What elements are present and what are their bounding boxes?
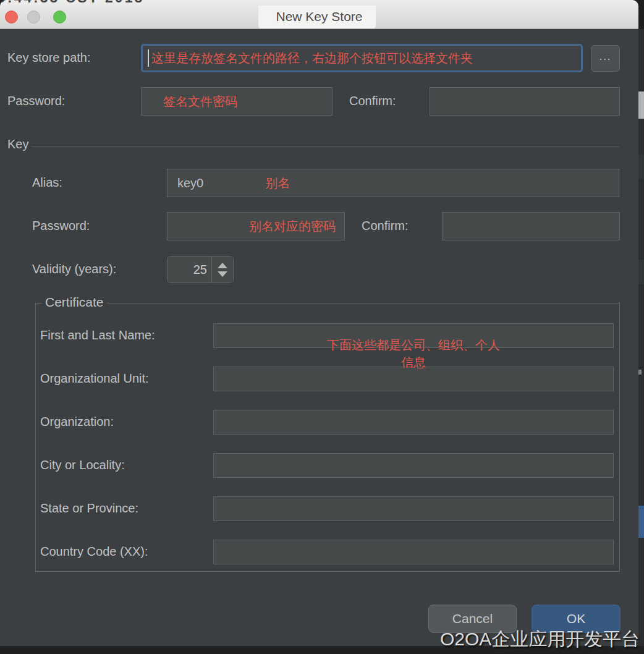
background-blue-segment (638, 506, 644, 538)
key-confirm-field[interactable] (442, 212, 620, 240)
state-province-label: State or Province: (40, 501, 138, 516)
organization-label: Organization: (40, 415, 114, 429)
alias-label: Alias: (32, 176, 62, 190)
dialog-content: Key store path: 这里是存放签名文件的路径，右边那个按钮可以选择文… (0, 30, 638, 646)
city-locality-field[interactable] (213, 453, 614, 478)
key-password-field[interactable]: 别名对应的密码 (167, 212, 345, 240)
alias-annotation: 别名 (265, 175, 290, 192)
browse-button[interactable]: ... (591, 45, 620, 72)
key-password-label: Password: (32, 219, 90, 233)
close-button[interactable] (5, 11, 18, 23)
background-strip-segment (638, 155, 644, 179)
alias-field[interactable]: key0 别名 (167, 169, 619, 197)
background-window-strip (638, 0, 644, 646)
country-code-field[interactable] (213, 540, 614, 564)
title-bar[interactable]: 0:44:33 CST 2018 New Key Store (0, 0, 638, 29)
validity-label: Validity (years): (32, 262, 116, 276)
alias-value: key0 (177, 176, 203, 190)
background-strip-dot (638, 370, 642, 375)
country-code-label: Country Code (XX): (40, 545, 148, 559)
password-annotation: 签名文件密码 (163, 93, 237, 110)
window-title: New Key Store (0, 0, 638, 29)
key-store-path-field[interactable]: 这里是存放签名文件的路径，右边那个按钮可以选择文件夹 (141, 44, 583, 72)
key-section-divider (31, 147, 619, 147)
organizational-unit-field[interactable] (213, 367, 614, 391)
key-store-path-label: Key store path: (7, 51, 91, 65)
password-label: Password: (7, 94, 65, 108)
organizational-unit-label: Organizational Unit: (40, 372, 149, 386)
increment-icon[interactable] (218, 263, 227, 268)
key-section-title: Key (7, 137, 28, 151)
first-last-name-field[interactable] (213, 323, 614, 348)
key-store-path-annotation: 这里是存放签名文件的路径，右边那个按钮可以选择文件夹 (151, 50, 473, 67)
confirm-label: Confirm: (349, 94, 396, 108)
zoom-button[interactable] (53, 11, 66, 23)
watermark-text: O2OA企业应用开发平台 (440, 627, 640, 652)
validity-value[interactable]: 25 (167, 257, 212, 282)
password-field[interactable]: 签名文件密码 (141, 87, 333, 116)
decrement-icon[interactable] (218, 271, 227, 277)
new-key-store-dialog: 0:44:33 CST 2018 New Key Store Key store… (0, 0, 638, 646)
background-scrollbar-thumb (638, 91, 644, 119)
text-caret (148, 49, 149, 67)
key-confirm-label: Confirm: (362, 219, 409, 233)
confirm-field[interactable] (430, 87, 620, 116)
first-last-name-label: First and Last Name: (40, 328, 155, 342)
background-strip-segment (638, 260, 644, 284)
state-province-field[interactable] (213, 496, 614, 521)
minimize-button[interactable] (27, 11, 40, 23)
organization-field[interactable] (213, 410, 614, 435)
city-locality-label: City or Locality: (40, 458, 125, 472)
validity-stepper[interactable] (212, 257, 233, 282)
validity-spinner[interactable]: 25 (167, 256, 234, 283)
background-strip-segment (638, 0, 644, 29)
key-password-annotation: 别名对应的密码 (249, 218, 336, 235)
certificate-title: Certificate (42, 295, 107, 310)
